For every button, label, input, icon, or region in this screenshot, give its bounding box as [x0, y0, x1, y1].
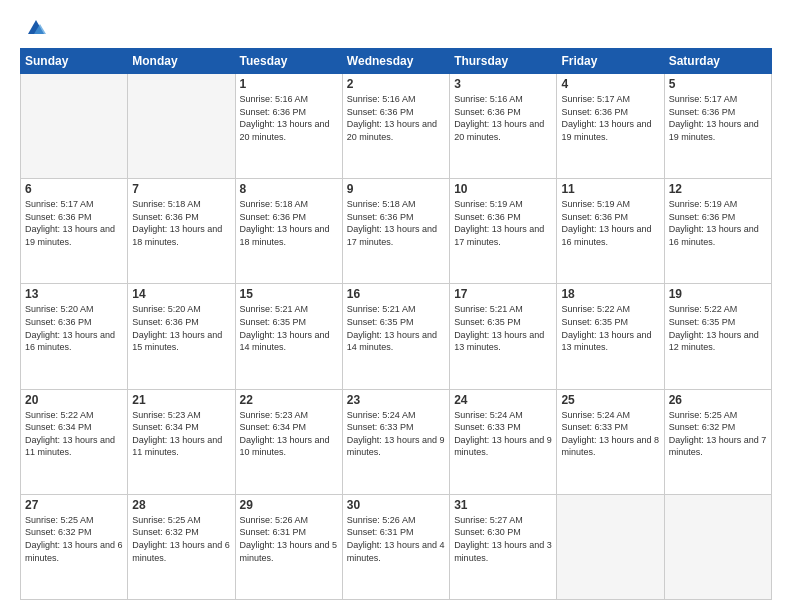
- logo-icon: [24, 16, 48, 40]
- calendar-table: SundayMondayTuesdayWednesdayThursdayFrid…: [20, 48, 772, 600]
- calendar-cell: 6Sunrise: 5:17 AM Sunset: 6:36 PM Daylig…: [21, 179, 128, 284]
- day-info: Sunrise: 5:19 AM Sunset: 6:36 PM Dayligh…: [561, 198, 659, 248]
- day-number: 29: [240, 498, 338, 512]
- day-info: Sunrise: 5:16 AM Sunset: 6:36 PM Dayligh…: [454, 93, 552, 143]
- day-info: Sunrise: 5:26 AM Sunset: 6:31 PM Dayligh…: [347, 514, 445, 564]
- day-info: Sunrise: 5:23 AM Sunset: 6:34 PM Dayligh…: [132, 409, 230, 459]
- calendar-cell: 26Sunrise: 5:25 AM Sunset: 6:32 PM Dayli…: [664, 389, 771, 494]
- day-number: 12: [669, 182, 767, 196]
- calendar-cell: 3Sunrise: 5:16 AM Sunset: 6:36 PM Daylig…: [450, 74, 557, 179]
- day-number: 10: [454, 182, 552, 196]
- day-info: Sunrise: 5:17 AM Sunset: 6:36 PM Dayligh…: [669, 93, 767, 143]
- day-info: Sunrise: 5:25 AM Sunset: 6:32 PM Dayligh…: [132, 514, 230, 564]
- day-info: Sunrise: 5:23 AM Sunset: 6:34 PM Dayligh…: [240, 409, 338, 459]
- calendar-cell: 11Sunrise: 5:19 AM Sunset: 6:36 PM Dayli…: [557, 179, 664, 284]
- calendar-cell: 8Sunrise: 5:18 AM Sunset: 6:36 PM Daylig…: [235, 179, 342, 284]
- weekday-friday: Friday: [557, 49, 664, 74]
- day-number: 15: [240, 287, 338, 301]
- day-info: Sunrise: 5:18 AM Sunset: 6:36 PM Dayligh…: [347, 198, 445, 248]
- calendar-cell: 9Sunrise: 5:18 AM Sunset: 6:36 PM Daylig…: [342, 179, 449, 284]
- day-number: 9: [347, 182, 445, 196]
- day-number: 27: [25, 498, 123, 512]
- calendar-cell: 19Sunrise: 5:22 AM Sunset: 6:35 PM Dayli…: [664, 284, 771, 389]
- calendar-cell: 30Sunrise: 5:26 AM Sunset: 6:31 PM Dayli…: [342, 494, 449, 599]
- day-info: Sunrise: 5:18 AM Sunset: 6:36 PM Dayligh…: [240, 198, 338, 248]
- day-number: 30: [347, 498, 445, 512]
- day-info: Sunrise: 5:22 AM Sunset: 6:35 PM Dayligh…: [561, 303, 659, 353]
- calendar-cell: 31Sunrise: 5:27 AM Sunset: 6:30 PM Dayli…: [450, 494, 557, 599]
- day-info: Sunrise: 5:21 AM Sunset: 6:35 PM Dayligh…: [347, 303, 445, 353]
- day-info: Sunrise: 5:21 AM Sunset: 6:35 PM Dayligh…: [240, 303, 338, 353]
- day-info: Sunrise: 5:17 AM Sunset: 6:36 PM Dayligh…: [25, 198, 123, 248]
- day-number: 13: [25, 287, 123, 301]
- calendar-cell: 18Sunrise: 5:22 AM Sunset: 6:35 PM Dayli…: [557, 284, 664, 389]
- calendar-cell: 7Sunrise: 5:18 AM Sunset: 6:36 PM Daylig…: [128, 179, 235, 284]
- calendar-cell: 14Sunrise: 5:20 AM Sunset: 6:36 PM Dayli…: [128, 284, 235, 389]
- day-number: 11: [561, 182, 659, 196]
- calendar-cell: 13Sunrise: 5:20 AM Sunset: 6:36 PM Dayli…: [21, 284, 128, 389]
- weekday-thursday: Thursday: [450, 49, 557, 74]
- day-info: Sunrise: 5:22 AM Sunset: 6:35 PM Dayligh…: [669, 303, 767, 353]
- day-info: Sunrise: 5:16 AM Sunset: 6:36 PM Dayligh…: [240, 93, 338, 143]
- day-number: 28: [132, 498, 230, 512]
- day-number: 4: [561, 77, 659, 91]
- calendar-cell: 2Sunrise: 5:16 AM Sunset: 6:36 PM Daylig…: [342, 74, 449, 179]
- weekday-monday: Monday: [128, 49, 235, 74]
- day-info: Sunrise: 5:26 AM Sunset: 6:31 PM Dayligh…: [240, 514, 338, 564]
- day-info: Sunrise: 5:27 AM Sunset: 6:30 PM Dayligh…: [454, 514, 552, 564]
- day-info: Sunrise: 5:24 AM Sunset: 6:33 PM Dayligh…: [561, 409, 659, 459]
- day-number: 17: [454, 287, 552, 301]
- calendar-cell: 10Sunrise: 5:19 AM Sunset: 6:36 PM Dayli…: [450, 179, 557, 284]
- day-info: Sunrise: 5:25 AM Sunset: 6:32 PM Dayligh…: [669, 409, 767, 459]
- day-number: 7: [132, 182, 230, 196]
- day-info: Sunrise: 5:20 AM Sunset: 6:36 PM Dayligh…: [132, 303, 230, 353]
- day-number: 26: [669, 393, 767, 407]
- day-number: 14: [132, 287, 230, 301]
- calendar-cell: 22Sunrise: 5:23 AM Sunset: 6:34 PM Dayli…: [235, 389, 342, 494]
- day-info: Sunrise: 5:25 AM Sunset: 6:32 PM Dayligh…: [25, 514, 123, 564]
- day-number: 3: [454, 77, 552, 91]
- calendar-cell: 23Sunrise: 5:24 AM Sunset: 6:33 PM Dayli…: [342, 389, 449, 494]
- day-info: Sunrise: 5:24 AM Sunset: 6:33 PM Dayligh…: [454, 409, 552, 459]
- calendar-cell: 17Sunrise: 5:21 AM Sunset: 6:35 PM Dayli…: [450, 284, 557, 389]
- day-info: Sunrise: 5:22 AM Sunset: 6:34 PM Dayligh…: [25, 409, 123, 459]
- day-info: Sunrise: 5:19 AM Sunset: 6:36 PM Dayligh…: [669, 198, 767, 248]
- calendar-body: 1Sunrise: 5:16 AM Sunset: 6:36 PM Daylig…: [21, 74, 772, 600]
- logo: [20, 16, 48, 40]
- calendar-cell: 1Sunrise: 5:16 AM Sunset: 6:36 PM Daylig…: [235, 74, 342, 179]
- day-info: Sunrise: 5:20 AM Sunset: 6:36 PM Dayligh…: [25, 303, 123, 353]
- weekday-sunday: Sunday: [21, 49, 128, 74]
- day-number: 24: [454, 393, 552, 407]
- week-row-4: 27Sunrise: 5:25 AM Sunset: 6:32 PM Dayli…: [21, 494, 772, 599]
- day-number: 1: [240, 77, 338, 91]
- week-row-3: 20Sunrise: 5:22 AM Sunset: 6:34 PM Dayli…: [21, 389, 772, 494]
- day-number: 16: [347, 287, 445, 301]
- day-info: Sunrise: 5:19 AM Sunset: 6:36 PM Dayligh…: [454, 198, 552, 248]
- day-number: 25: [561, 393, 659, 407]
- weekday-saturday: Saturday: [664, 49, 771, 74]
- calendar-cell: [557, 494, 664, 599]
- day-number: 23: [347, 393, 445, 407]
- calendar-cell: [128, 74, 235, 179]
- day-number: 20: [25, 393, 123, 407]
- day-info: Sunrise: 5:24 AM Sunset: 6:33 PM Dayligh…: [347, 409, 445, 459]
- day-number: 2: [347, 77, 445, 91]
- day-number: 6: [25, 182, 123, 196]
- header: [20, 16, 772, 40]
- calendar-cell: 29Sunrise: 5:26 AM Sunset: 6:31 PM Dayli…: [235, 494, 342, 599]
- page: SundayMondayTuesdayWednesdayThursdayFrid…: [0, 0, 792, 612]
- week-row-1: 6Sunrise: 5:17 AM Sunset: 6:36 PM Daylig…: [21, 179, 772, 284]
- week-row-0: 1Sunrise: 5:16 AM Sunset: 6:36 PM Daylig…: [21, 74, 772, 179]
- calendar-cell: 28Sunrise: 5:25 AM Sunset: 6:32 PM Dayli…: [128, 494, 235, 599]
- day-info: Sunrise: 5:17 AM Sunset: 6:36 PM Dayligh…: [561, 93, 659, 143]
- calendar-cell: 24Sunrise: 5:24 AM Sunset: 6:33 PM Dayli…: [450, 389, 557, 494]
- weekday-wednesday: Wednesday: [342, 49, 449, 74]
- day-number: 18: [561, 287, 659, 301]
- day-number: 8: [240, 182, 338, 196]
- calendar-cell: 21Sunrise: 5:23 AM Sunset: 6:34 PM Dayli…: [128, 389, 235, 494]
- day-number: 21: [132, 393, 230, 407]
- calendar-cell: 16Sunrise: 5:21 AM Sunset: 6:35 PM Dayli…: [342, 284, 449, 389]
- week-row-2: 13Sunrise: 5:20 AM Sunset: 6:36 PM Dayli…: [21, 284, 772, 389]
- calendar-cell: 5Sunrise: 5:17 AM Sunset: 6:36 PM Daylig…: [664, 74, 771, 179]
- calendar-cell: 4Sunrise: 5:17 AM Sunset: 6:36 PM Daylig…: [557, 74, 664, 179]
